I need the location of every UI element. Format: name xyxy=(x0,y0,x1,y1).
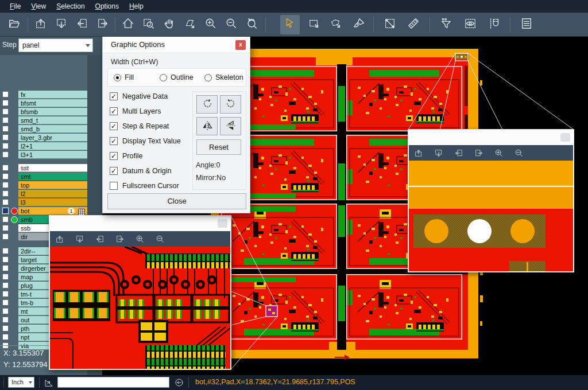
layer-visibility-checkbox[interactable] xyxy=(2,151,9,158)
layer-name[interactable]: fx xyxy=(18,91,87,99)
magnifier-a-control-button[interactable] xyxy=(218,219,227,228)
zoom-out-button[interactable] xyxy=(222,15,241,34)
layer-visibility-checkbox[interactable] xyxy=(2,91,9,98)
zoom-window-button[interactable] xyxy=(139,15,158,34)
layer-visibility-checkbox[interactable] xyxy=(2,225,9,231)
layer-visibility-checkbox[interactable] xyxy=(2,108,9,115)
move-down-icon[interactable] xyxy=(434,149,443,158)
layer-visibility-checkbox[interactable] xyxy=(2,126,9,132)
layer-name[interactable]: sst xyxy=(18,164,87,172)
layer-visibility-checkbox[interactable] xyxy=(2,233,9,240)
layer-visibility-checkbox[interactable] xyxy=(2,317,9,323)
magnifier-a-titlebar[interactable] xyxy=(50,216,230,231)
rect-select-button[interactable] xyxy=(304,15,324,34)
menu-help[interactable]: Help xyxy=(124,1,149,12)
layer-visibility-checkbox[interactable] xyxy=(2,173,9,180)
checkbox-datum-origin[interactable]: Datum & Origin xyxy=(110,167,171,175)
menu-options[interactable]: Options xyxy=(90,1,124,12)
zoom-in-icon[interactable] xyxy=(494,149,504,158)
magnifier-b-control-button[interactable] xyxy=(560,133,570,142)
layer-name[interactable]: l2+1 xyxy=(18,142,87,150)
move-view-left-button[interactable] xyxy=(72,15,92,34)
layer-name[interactable]: l3 xyxy=(18,198,87,206)
layer-visibility-checkbox[interactable] xyxy=(2,190,9,197)
log-panel-button[interactable] xyxy=(517,15,536,34)
snap-button[interactable] xyxy=(485,15,505,34)
zoom-out-icon[interactable] xyxy=(156,235,165,244)
rotate-cw-button[interactable] xyxy=(196,95,218,114)
layer-visibility-checkbox[interactable] xyxy=(2,282,9,288)
checkbox-fullscreen-cursor[interactable]: Fullscreen Cursor xyxy=(110,182,179,190)
move-left-icon[interactable] xyxy=(95,235,105,244)
layer-name[interactable]: bfsmb xyxy=(18,108,87,116)
layer-visibility-checkbox[interactable] xyxy=(2,199,9,205)
origin-corner-icon[interactable] xyxy=(44,377,54,388)
layer-name[interactable]: smd_t xyxy=(18,116,87,124)
layer-visibility-checkbox[interactable] xyxy=(2,265,9,271)
pan-button[interactable] xyxy=(160,15,179,34)
dialog-titlebar[interactable]: Graphic Options x xyxy=(103,36,250,53)
checkbox-step-repeat[interactable]: Step & Repeat xyxy=(110,122,169,130)
move-right-icon[interactable] xyxy=(115,235,125,244)
polygon-select-button[interactable] xyxy=(326,15,346,34)
layer-visibility-checkbox[interactable] xyxy=(2,208,9,214)
move-down-icon[interactable] xyxy=(75,235,84,244)
checkbox-negative-data[interactable]: Negative Data xyxy=(110,92,168,100)
magnifier-b-titlebar[interactable] xyxy=(409,130,573,145)
layer-visibility-checkbox[interactable] xyxy=(2,299,9,306)
unit-select[interactable]: Inch xyxy=(8,377,34,388)
rotate-ccw-button[interactable] xyxy=(220,95,241,114)
layer-visibility-checkbox[interactable] xyxy=(2,334,9,340)
magnifier-a-view[interactable] xyxy=(50,247,230,369)
move-view-up-button[interactable] xyxy=(31,15,51,34)
flip-horizontal-button[interactable] xyxy=(196,117,218,135)
layer-name[interactable]: layer_3.gbr xyxy=(18,134,87,142)
layer-name[interactable]: smt xyxy=(18,173,87,181)
menu-file[interactable]: File xyxy=(5,1,26,12)
layer-name[interactable]: bfsmt xyxy=(18,99,87,107)
menu-selection[interactable]: Selection xyxy=(51,1,90,12)
radio-fill[interactable]: Fill xyxy=(114,73,134,81)
checkbox-display-text-value[interactable]: Display Text Value xyxy=(110,137,181,145)
layer-visibility-checkbox[interactable] xyxy=(2,308,9,314)
select-tool-button[interactable] xyxy=(280,15,300,34)
measure-line-button[interactable] xyxy=(380,15,400,34)
layer-visibility-checkbox[interactable] xyxy=(2,134,9,141)
layer-visibility-checkbox[interactable] xyxy=(2,100,9,106)
close-icon[interactable]: x xyxy=(235,40,246,50)
move-view-down-button[interactable] xyxy=(52,15,71,34)
view-box-button[interactable] xyxy=(461,15,480,34)
command-input[interactable] xyxy=(57,377,169,388)
move-view-right-button[interactable] xyxy=(93,15,113,34)
layer-visibility-checkbox[interactable] xyxy=(2,216,9,223)
move-left-icon[interactable] xyxy=(454,149,463,158)
move-up-icon[interactable] xyxy=(55,235,64,244)
zoom-in-icon[interactable] xyxy=(136,235,145,244)
layer-name[interactable]: smd_b xyxy=(18,125,87,133)
home-view-button[interactable] xyxy=(118,15,138,34)
checkbox-multi-layers[interactable]: Multi Layers xyxy=(110,107,161,115)
layer-visibility-checkbox[interactable] xyxy=(2,182,9,188)
layer-visibility-checkbox[interactable] xyxy=(2,248,9,254)
layer-name[interactable]: bot xyxy=(18,207,87,215)
zoom-out-icon[interactable] xyxy=(514,149,524,158)
filter-button[interactable] xyxy=(436,15,456,34)
grid-icon[interactable] xyxy=(78,208,85,214)
reset-button[interactable]: Reset xyxy=(196,139,241,155)
checkbox-profile[interactable]: Profile xyxy=(110,152,142,160)
close-button[interactable]: Close xyxy=(107,193,246,209)
move-up-icon[interactable] xyxy=(414,149,423,158)
layer-visibility-checkbox[interactable] xyxy=(2,165,9,171)
layer-visibility-checkbox[interactable] xyxy=(2,274,9,280)
zoom-previous-button[interactable] xyxy=(242,15,262,34)
layer-visibility-checkbox[interactable] xyxy=(2,117,9,123)
layer-name[interactable]: l2 xyxy=(18,190,87,198)
brush-button[interactable] xyxy=(349,15,369,34)
radio-skeleton[interactable]: Skeleton xyxy=(204,73,243,81)
refresh-icon[interactable] xyxy=(174,377,184,388)
radio-outline[interactable]: Outline xyxy=(160,73,194,81)
open-file-button[interactable] xyxy=(5,15,24,34)
layer-visibility-checkbox[interactable] xyxy=(2,143,9,149)
flip-vertical-button[interactable] xyxy=(220,117,241,135)
step-select[interactable]: panel xyxy=(18,38,93,52)
